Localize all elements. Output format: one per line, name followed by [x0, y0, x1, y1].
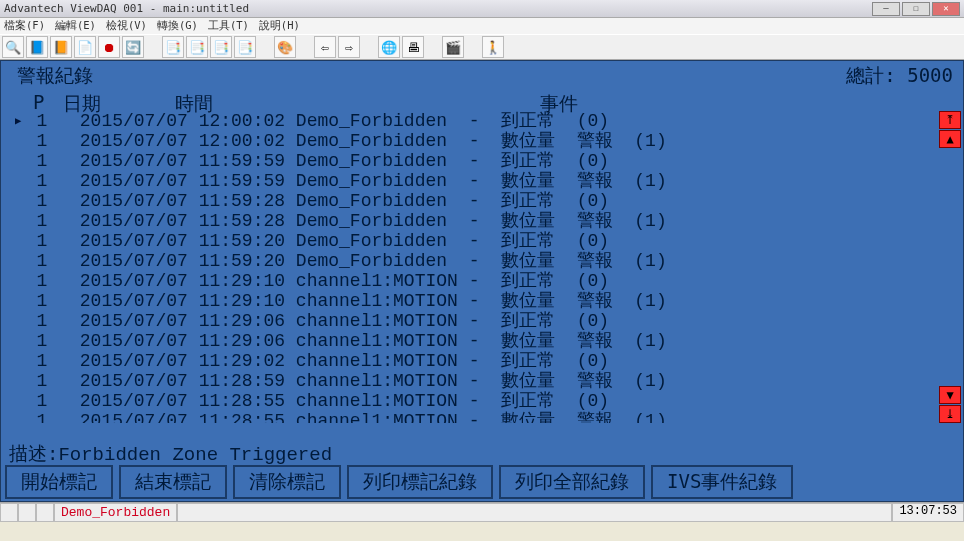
close-button[interactable]: ✕ — [932, 2, 960, 16]
alarm-row[interactable]: 1 2015/07/07 11:28:55 channel1:MOTION - … — [15, 391, 935, 411]
doc2-icon[interactable]: 📑 — [186, 36, 208, 58]
print-all-button[interactable]: 列印全部紀錄 — [499, 465, 645, 499]
end-mark-button[interactable]: 結束標記 — [119, 465, 227, 499]
start-mark-button[interactable]: 開始標記 — [5, 465, 113, 499]
status-clock: 13:07:53 — [892, 503, 964, 522]
statusbar: Demo_Forbidden 13:07:53 — [0, 502, 964, 522]
globe-icon[interactable]: 🌐 — [378, 36, 400, 58]
status-filler — [177, 503, 892, 522]
menu-tools[interactable]: 工具(T) — [208, 19, 249, 33]
alarm-total: 總計: 5000 — [846, 63, 953, 89]
alarm-row[interactable]: 1 2015/07/07 11:29:10 channel1:MOTION - … — [15, 271, 935, 291]
alarm-row[interactable]: 1 2015/07/07 11:59:59 Demo_Forbidden - 到… — [15, 151, 935, 171]
record-icon[interactable]: ⏺ — [98, 36, 120, 58]
alarm-row[interactable]: 1 2015/07/07 11:28:59 channel1:MOTION - … — [15, 371, 935, 391]
alarm-row[interactable]: 1 2015/07/07 11:59:20 Demo_Forbidden - 數… — [15, 251, 935, 271]
status-cell-2 — [18, 503, 36, 522]
minimize-button[interactable]: — — [872, 2, 900, 16]
alarm-row[interactable]: 1 2015/07/07 11:59:59 Demo_Forbidden - 數… — [15, 171, 935, 191]
folder-orange-icon[interactable]: 📙 — [50, 36, 72, 58]
print-marked-button[interactable]: 列印標記紀錄 — [347, 465, 493, 499]
back-icon[interactable]: ⇦ — [314, 36, 336, 58]
alarm-list[interactable]: ▶ 1 2015/07/07 12:00:02 Demo_Forbidden -… — [15, 111, 935, 423]
palette-icon[interactable]: 🎨 — [274, 36, 296, 58]
menu-edit[interactable]: 編輯(E) — [55, 19, 96, 33]
person-icon[interactable]: 🚶 — [482, 36, 504, 58]
alarm-row[interactable]: 1 2015/07/07 11:28:55 channel1:MOTION - … — [15, 411, 935, 423]
scroll-bottom-button[interactable]: ⤓ — [939, 405, 961, 423]
menu-view[interactable]: 檢視(V) — [106, 19, 147, 33]
print-icon[interactable]: 🖶 — [402, 36, 424, 58]
alarm-row[interactable]: 1 2015/07/07 12:00:02 Demo_Forbidden - 到… — [15, 111, 935, 131]
alarm-row[interactable]: 1 2015/07/07 11:59:20 Demo_Forbidden - 到… — [15, 231, 935, 251]
doc3-icon[interactable]: 📑 — [210, 36, 232, 58]
refresh-icon[interactable]: 🔄 — [122, 36, 144, 58]
scroll-up-button[interactable]: ▲ — [939, 130, 961, 148]
menubar: 檔案(F) 編輯(E) 檢視(V) 轉換(G) 工具(T) 說明(H) — [0, 18, 964, 34]
clapper-icon[interactable]: 🎬 — [442, 36, 464, 58]
menu-help[interactable]: 說明(H) — [259, 19, 300, 33]
doc-icon[interactable]: 📄 — [74, 36, 96, 58]
clear-mark-button[interactable]: 清除標記 — [233, 465, 341, 499]
window-titlebar: Advantech ViewDAQ 001 - main:untitled — … — [0, 0, 964, 18]
toolbar: 🔍 📘 📙 📄 ⏺ 🔄 📑 📑 📑 📑 🎨 ⇦ ⇨ 🌐 🖶 🎬 🚶 — [0, 34, 964, 60]
status-tag: Demo_Forbidden — [54, 503, 177, 522]
scroll-down-button[interactable]: ▼ — [939, 386, 961, 404]
doc4-icon[interactable]: 📑 — [234, 36, 256, 58]
description: 描述:Forbidden Zone Triggered — [9, 441, 955, 467]
cursor-icon: ▶ — [15, 111, 21, 131]
alarm-title: 警報紀錄 — [17, 63, 93, 89]
ivs-events-button[interactable]: IVS事件紀錄 — [651, 465, 793, 499]
scroll-buttons: ⤒ ▲ ▼ ⤓ — [939, 111, 961, 423]
status-cell-1 — [0, 503, 18, 522]
menu-convert[interactable]: 轉換(G) — [157, 19, 198, 33]
alarm-row[interactable]: 1 2015/07/07 11:59:28 Demo_Forbidden - 到… — [15, 191, 935, 211]
window-title: Advantech ViewDAQ 001 - main:untitled — [4, 2, 249, 15]
doc1-icon[interactable]: 📑 — [162, 36, 184, 58]
status-cell-3 — [36, 503, 54, 522]
scroll-top-button[interactable]: ⤒ — [939, 111, 961, 129]
alarm-row[interactable]: 1 2015/07/07 11:29:06 channel1:MOTION - … — [15, 311, 935, 331]
alarm-row[interactable]: 1 2015/07/07 11:29:10 channel1:MOTION - … — [15, 291, 935, 311]
maximize-button[interactable]: ☐ — [902, 2, 930, 16]
folder-blue-icon[interactable]: 📘 — [26, 36, 48, 58]
alarm-row[interactable]: 1 2015/07/07 11:59:28 Demo_Forbidden - 數… — [15, 211, 935, 231]
forward-icon[interactable]: ⇨ — [338, 36, 360, 58]
alarm-row[interactable]: 1 2015/07/07 11:29:02 channel1:MOTION - … — [15, 351, 935, 371]
zoom-icon[interactable]: 🔍 — [2, 36, 24, 58]
alarm-panel: 警報紀錄 總計: 5000 P 日期 時間 事件 ▶ 1 2015/07/07 … — [0, 60, 964, 502]
alarm-row[interactable]: 1 2015/07/07 12:00:02 Demo_Forbidden - 數… — [15, 131, 935, 151]
alarm-row[interactable]: 1 2015/07/07 11:29:06 channel1:MOTION - … — [15, 331, 935, 351]
menu-file[interactable]: 檔案(F) — [4, 19, 45, 33]
button-bar: 開始標記 結束標記 清除標記 列印標記紀錄 列印全部紀錄 IVS事件紀錄 — [5, 465, 959, 499]
